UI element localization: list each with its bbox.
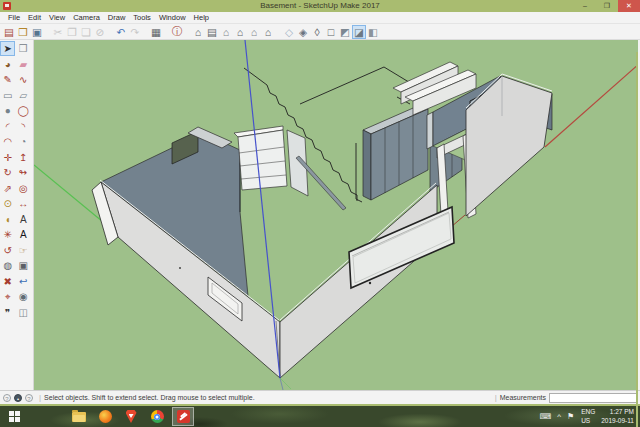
front-view-button[interactable]: ⌂ <box>219 25 233 39</box>
position-camera-tool[interactable]: ⌖ <box>0 289 15 304</box>
top-view-button[interactable]: ▤ <box>205 25 219 39</box>
geolocation-icon[interactable]: • <box>14 394 22 402</box>
menu-tools[interactable]: Tools <box>129 12 155 23</box>
chrome-icon <box>151 410 164 423</box>
menu-window[interactable]: Window <box>155 12 190 23</box>
select-tool[interactable]: ➤ <box>0 41 15 56</box>
redo-button[interactable]: ↷ <box>128 25 142 39</box>
back-edges-style-button[interactable]: ◈ <box>296 25 310 39</box>
window-title: Basement - SketchUp Make 2017 <box>0 0 640 12</box>
menu-file[interactable]: File <box>4 12 24 23</box>
menu-edit[interactable]: Edit <box>24 12 45 23</box>
status-message: Select objects. Shift to extend select. … <box>44 394 255 401</box>
wireframe-style-button[interactable]: ◊ <box>310 25 324 39</box>
zoom-extents-tool[interactable]: ✖ <box>0 274 15 289</box>
look-around-tool[interactable]: ◉ <box>16 289 31 304</box>
firefox-taskbar-button[interactable] <box>94 407 116 426</box>
orbit-tool[interactable]: ↺ <box>0 243 15 258</box>
line-tool[interactable]: ✎ <box>0 72 15 87</box>
brave-taskbar-button[interactable] <box>120 407 142 426</box>
cut-button[interactable]: ✂ <box>51 25 65 39</box>
arc-tool[interactable]: ◜ <box>0 119 15 134</box>
pie-tool[interactable]: ◔ <box>16 134 31 149</box>
print-button[interactable]: ▦ <box>149 25 163 39</box>
x-ray-style-button[interactable]: ◇ <box>282 25 296 39</box>
large-tool-set: ➤❒◕▰✎∿▭▱●◯◜◝◠◔✛↥↻↬⇗◎⊙↔◖A✳A↺☞◍▣✖↩⌖◉❞◫ <box>0 40 34 390</box>
zoom-window-tool[interactable]: ▣ <box>16 258 31 273</box>
three-point-arc-tool[interactable]: ◠ <box>0 134 15 149</box>
clock[interactable]: 1:27 PM 2019-09-11 <box>601 408 634 425</box>
basement-model[interactable] <box>34 40 638 390</box>
menu-view[interactable]: View <box>45 12 69 23</box>
move-tool[interactable]: ✛ <box>0 150 15 165</box>
window-right-border <box>636 52 638 427</box>
touch-keyboard-icon[interactable]: ⌨ <box>540 407 552 426</box>
left-view-button[interactable]: ⌂ <box>261 25 275 39</box>
language-indicator[interactable]: ENG US <box>581 408 595 425</box>
text-tool[interactable]: A <box>16 212 31 227</box>
push-pull-tool[interactable]: ↥ <box>16 150 31 165</box>
back-view-button[interactable]: ⌂ <box>247 25 261 39</box>
rotated-rectangle-tool[interactable]: ▱ <box>16 88 31 103</box>
zoom-previous-tool[interactable]: ↩ <box>16 274 31 289</box>
menu-help[interactable]: Help <box>190 12 213 23</box>
sketchup-icon <box>177 410 190 423</box>
menu-draw[interactable]: Draw <box>104 12 130 23</box>
protractor-tool[interactable]: ◖ <box>0 212 15 227</box>
start-icon <box>9 411 21 423</box>
shaded-style-button[interactable]: ◩ <box>338 25 352 39</box>
menu-camera[interactable]: Camera <box>69 12 104 23</box>
maximize-button[interactable]: ❐ <box>596 0 618 12</box>
follow-me-tool[interactable]: ↬ <box>16 165 31 180</box>
credits-icon[interactable]: ? <box>25 394 33 402</box>
minimize-button[interactable]: – <box>574 0 596 12</box>
model-info-button[interactable]: ⓘ <box>170 25 184 39</box>
offset-tool[interactable]: ◎ <box>16 181 31 196</box>
rotate-tool[interactable]: ↻ <box>0 165 15 180</box>
right-view-button[interactable]: ⌂ <box>233 25 247 39</box>
two-point-arc-tool[interactable]: ◝ <box>16 119 31 134</box>
file-explorer-icon <box>72 412 86 422</box>
3d-text-tool[interactable]: A <box>16 227 31 242</box>
rectangle-tool[interactable]: ▭ <box>0 88 15 103</box>
erase-button[interactable]: ⊘ <box>93 25 107 39</box>
paint-bucket-tool[interactable]: ◕ <box>0 57 15 72</box>
undo-button[interactable]: ↶ <box>114 25 128 39</box>
model-viewport[interactable] <box>34 40 638 390</box>
measurements-input[interactable] <box>549 393 637 403</box>
close-button[interactable]: ✕ <box>618 0 640 12</box>
zoom-tool[interactable]: ◍ <box>0 258 15 273</box>
scale-tool[interactable]: ⇗ <box>0 181 15 196</box>
copy-button[interactable]: ❐ <box>65 25 79 39</box>
polygon-tool[interactable]: ◯ <box>16 103 31 118</box>
shaded-textures-style-button[interactable]: ◪ <box>352 25 366 39</box>
action-center-flag-icon[interactable]: ⚑ <box>567 407 574 426</box>
walk-tool[interactable]: ❞ <box>0 305 15 320</box>
dimension-tool[interactable]: ↔ <box>16 196 31 211</box>
save-button[interactable]: ▣ <box>30 25 44 39</box>
new-button[interactable]: ▤ <box>2 25 16 39</box>
paste-button[interactable]: ❏ <box>79 25 93 39</box>
freehand-tool[interactable]: ∿ <box>16 72 31 87</box>
circle-tool[interactable]: ● <box>0 103 15 118</box>
menu-bar: FileEditViewCameraDrawToolsWindowHelp <box>0 12 640 24</box>
hidden-icons-caret[interactable]: ^ <box>557 407 561 426</box>
open-button[interactable]: ❒ <box>16 25 30 39</box>
section-plane-tool[interactable]: ◫ <box>16 305 31 320</box>
monochrome-style-button[interactable]: ◧ <box>366 25 380 39</box>
eraser-tool[interactable]: ▰ <box>16 57 31 72</box>
measurements-label: Measurements <box>500 394 546 401</box>
hidden-line-style-button[interactable]: □ <box>324 25 338 39</box>
make-component-tool[interactable]: ❒ <box>16 41 31 56</box>
start-button[interactable] <box>4 407 26 426</box>
iso-view-button[interactable]: ⌂ <box>191 25 205 39</box>
status-separator: | <box>39 393 41 402</box>
file-explorer-taskbar-button[interactable] <box>68 407 90 426</box>
pan-tool[interactable]: ☞ <box>16 243 31 258</box>
chrome-taskbar-button[interactable] <box>146 407 168 426</box>
sketchup-taskbar-button[interactable] <box>172 407 194 426</box>
help-icon[interactable]: ? <box>3 394 11 402</box>
tape-measure-tool[interactable]: ⊙ <box>0 196 15 211</box>
title-bar[interactable]: Basement - SketchUp Make 2017 – ❐ ✕ <box>0 0 640 12</box>
axes-tool[interactable]: ✳ <box>0 227 15 242</box>
